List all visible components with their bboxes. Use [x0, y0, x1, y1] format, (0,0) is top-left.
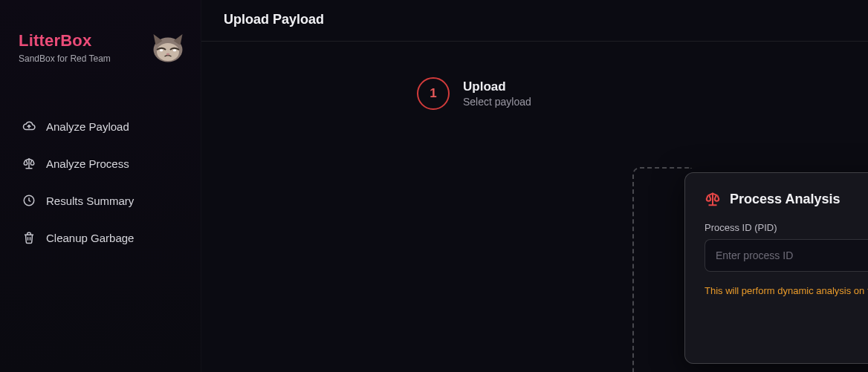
step-title: Upload	[463, 79, 531, 94]
main-content: Upload Payload 1 Upload Select payload P…	[201, 0, 868, 372]
brand-title: LitterBox	[19, 31, 111, 50]
nav-item-results-summary[interactable]: Results Summary	[15, 184, 186, 217]
nav-item-label: Results Summary	[46, 195, 134, 207]
brand-text: LitterBox SandBox for Red Team	[19, 31, 111, 64]
svg-point-4	[166, 53, 170, 56]
nav-item-label: Analyze Process	[46, 157, 129, 170]
nav-item-analyze-payload[interactable]: Analyze Payload	[15, 110, 186, 143]
scales-icon	[705, 191, 721, 207]
svg-point-3	[173, 49, 177, 51]
svg-point-2	[160, 49, 163, 51]
cat-logo-icon	[150, 30, 186, 65]
nav-item-label: Cleanup Garbage	[46, 232, 134, 244]
page-title: Upload Payload	[224, 12, 846, 27]
pid-input[interactable]	[705, 239, 868, 272]
trash-icon	[22, 231, 36, 244]
modal-title: Process Analysis	[730, 192, 840, 207]
cloud-upload-icon	[22, 120, 36, 133]
sidebar-nav: Analyze Payload Analyze Process Results …	[15, 110, 186, 254]
nav-item-label: Analyze Payload	[46, 120, 129, 133]
process-analysis-modal: Process Analysis Process ID (PID) This w…	[684, 172, 868, 364]
step-number-badge: 1	[417, 77, 450, 110]
pid-field-label: Process ID (PID)	[705, 222, 868, 233]
modal-actions: Cancel Start Analysis	[705, 316, 868, 347]
sidebar: LitterBox SandBox for Red Team Analyze P…	[0, 0, 201, 372]
step-text: Upload Select payload	[463, 79, 531, 108]
brand: LitterBox SandBox for Red Team	[15, 30, 186, 65]
upload-stepper: 1 Upload Select payload	[417, 77, 868, 110]
clock-icon	[22, 194, 36, 207]
svg-point-1	[157, 43, 179, 61]
nav-item-analyze-process[interactable]: Analyze Process	[15, 147, 186, 180]
scales-icon	[22, 157, 36, 170]
brand-subtitle: SandBox for Red Team	[19, 53, 111, 64]
modal-header: Process Analysis	[705, 191, 868, 207]
nav-item-cleanup-garbage[interactable]: Cleanup Garbage	[15, 221, 186, 254]
page-header: Upload Payload	[201, 0, 868, 42]
step-subtitle: Select payload	[463, 96, 531, 108]
upload-dropzone[interactable]	[632, 167, 692, 372]
modal-warning-text: This will perform dynamic analysis on th…	[705, 285, 868, 296]
